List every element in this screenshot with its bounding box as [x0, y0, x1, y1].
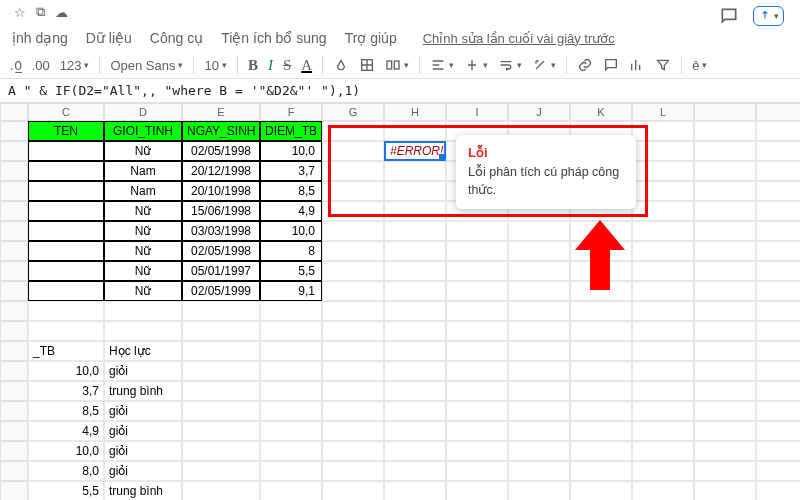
- data-cell[interactable]: [28, 161, 104, 181]
- empty-cell[interactable]: [260, 341, 322, 361]
- empty-cell[interactable]: [756, 181, 800, 201]
- empty-cell[interactable]: [322, 121, 384, 141]
- empty-cell[interactable]: [694, 481, 756, 500]
- data-cell[interactable]: Nữ: [104, 221, 182, 241]
- empty-cell[interactable]: [182, 381, 260, 401]
- empty-cell[interactable]: [384, 461, 446, 481]
- chart-button[interactable]: [629, 57, 645, 73]
- data-cell[interactable]: 10,0: [260, 141, 322, 161]
- empty-cell[interactable]: [182, 321, 260, 341]
- fill-color-button[interactable]: [333, 57, 349, 73]
- row-header[interactable]: [0, 361, 28, 381]
- empty-cell[interactable]: [694, 281, 756, 301]
- empty-cell[interactable]: [570, 381, 632, 401]
- bold-button[interactable]: B: [248, 57, 258, 74]
- empty-cell[interactable]: [322, 481, 384, 500]
- empty-cell[interactable]: [260, 401, 322, 421]
- empty-cell[interactable]: [104, 321, 182, 341]
- empty-cell[interactable]: [694, 361, 756, 381]
- formula-bar[interactable]: A " & IF(D2="All",, "where B = '"&D2&"' …: [0, 79, 800, 103]
- empty-cell[interactable]: [384, 341, 446, 361]
- data-cell[interactable]: 8,0: [28, 461, 104, 481]
- empty-cell[interactable]: [694, 261, 756, 281]
- menu-tools[interactable]: Công cụ: [150, 30, 203, 46]
- data-cell[interactable]: Nữ: [104, 281, 182, 301]
- empty-cell[interactable]: [384, 421, 446, 441]
- empty-cell[interactable]: [632, 121, 694, 141]
- empty-cell[interactable]: [694, 201, 756, 221]
- empty-cell[interactable]: [570, 461, 632, 481]
- number-format-button[interactable]: 123▾: [60, 58, 90, 73]
- column-header[interactable]: C: [28, 103, 104, 121]
- data-cell[interactable]: 10,0: [260, 221, 322, 241]
- empty-cell[interactable]: [508, 361, 570, 381]
- empty-cell[interactable]: [756, 161, 800, 181]
- label-cell[interactable]: _TB: [28, 341, 104, 361]
- empty-cell[interactable]: [384, 301, 446, 321]
- link-button[interactable]: [577, 57, 593, 73]
- data-cell[interactable]: Nữ: [104, 141, 182, 161]
- column-header[interactable]: E: [182, 103, 260, 121]
- empty-cell[interactable]: [446, 441, 508, 461]
- empty-cell[interactable]: [384, 361, 446, 381]
- empty-cell[interactable]: [632, 281, 694, 301]
- empty-cell[interactable]: [446, 421, 508, 441]
- empty-cell[interactable]: [570, 341, 632, 361]
- empty-cell[interactable]: [694, 461, 756, 481]
- data-cell[interactable]: giỏi: [104, 401, 182, 421]
- empty-cell[interactable]: [446, 301, 508, 321]
- borders-button[interactable]: [359, 57, 375, 73]
- empty-cell[interactable]: [694, 381, 756, 401]
- data-cell[interactable]: Nữ: [104, 261, 182, 281]
- empty-cell[interactable]: [756, 261, 800, 281]
- empty-cell[interactable]: [384, 121, 446, 141]
- empty-cell[interactable]: [260, 481, 322, 500]
- empty-cell[interactable]: [322, 341, 384, 361]
- empty-cell[interactable]: [508, 481, 570, 500]
- empty-cell[interactable]: [322, 281, 384, 301]
- empty-cell[interactable]: [632, 321, 694, 341]
- empty-cell[interactable]: [322, 301, 384, 321]
- empty-cell[interactable]: [28, 321, 104, 341]
- row-header[interactable]: [0, 401, 28, 421]
- empty-cell[interactable]: [694, 301, 756, 321]
- empty-cell[interactable]: [632, 181, 694, 201]
- empty-cell[interactable]: [508, 461, 570, 481]
- data-cell[interactable]: 9,1: [260, 281, 322, 301]
- italic-button[interactable]: I: [268, 57, 273, 74]
- data-cell[interactable]: 3,7: [28, 381, 104, 401]
- empty-cell[interactable]: [508, 221, 570, 241]
- empty-cell[interactable]: [260, 441, 322, 461]
- comment-icon[interactable]: [719, 6, 739, 26]
- data-cell[interactable]: 03/03/1998: [182, 221, 260, 241]
- empty-cell[interactable]: [632, 481, 694, 500]
- filter-button[interactable]: [655, 57, 671, 73]
- data-cell[interactable]: Nữ: [104, 241, 182, 261]
- empty-cell[interactable]: [508, 281, 570, 301]
- halign-button[interactable]: ▾: [430, 57, 454, 73]
- empty-cell[interactable]: [694, 441, 756, 461]
- data-cell[interactable]: 8: [260, 241, 322, 261]
- empty-cell[interactable]: [756, 321, 800, 341]
- empty-cell[interactable]: [694, 241, 756, 261]
- data-cell[interactable]: 10,0: [28, 441, 104, 461]
- rotate-button[interactable]: ▾: [532, 57, 556, 73]
- row-header[interactable]: [0, 301, 28, 321]
- empty-cell[interactable]: [182, 341, 260, 361]
- row-header[interactable]: [0, 481, 28, 500]
- comment-button[interactable]: [603, 57, 619, 73]
- row-header[interactable]: [0, 321, 28, 341]
- empty-cell[interactable]: [756, 341, 800, 361]
- empty-cell[interactable]: [508, 261, 570, 281]
- column-header[interactable]: G: [322, 103, 384, 121]
- data-cell[interactable]: 20/10/1998: [182, 181, 260, 201]
- empty-cell[interactable]: [632, 301, 694, 321]
- corner-cell[interactable]: [0, 103, 28, 121]
- empty-cell[interactable]: [756, 301, 800, 321]
- data-cell[interactable]: giỏi: [104, 421, 182, 441]
- data-cell[interactable]: giỏi: [104, 461, 182, 481]
- row-header[interactable]: [0, 181, 28, 201]
- row-header[interactable]: [0, 221, 28, 241]
- empty-cell[interactable]: [632, 261, 694, 281]
- empty-cell[interactable]: [28, 301, 104, 321]
